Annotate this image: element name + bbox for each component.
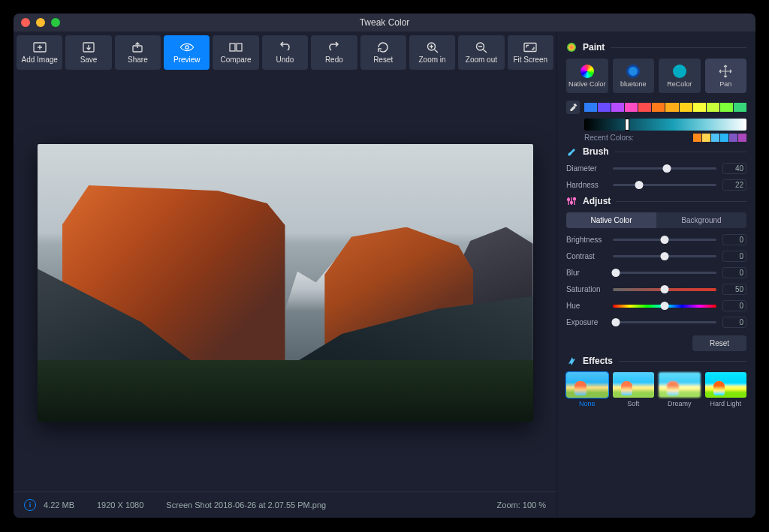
reset-button[interactable]: Reset <box>360 35 406 70</box>
hue-label: Hue <box>566 302 607 310</box>
diameter-thumb[interactable] <box>662 164 671 173</box>
tab-background[interactable]: Background <box>656 212 746 228</box>
brightness-value: 0 <box>722 234 746 245</box>
canvas-area[interactable] <box>14 74 556 491</box>
color-swatch[interactable] <box>611 103 624 112</box>
preview-label: Preview <box>173 56 201 64</box>
info-icon[interactable]: i <box>24 499 36 511</box>
zoom-out-icon <box>474 41 489 53</box>
effect-dreamy-thumb <box>659 372 701 398</box>
zoom-in-button[interactable]: Zoom in <box>409 35 455 70</box>
recolor-label: ReColor <box>667 80 692 88</box>
window-minimize-button[interactable] <box>36 18 45 27</box>
contrast-slider[interactable] <box>613 255 716 257</box>
recolor-mode[interactable]: ReColor <box>659 59 701 93</box>
titlebar: Tweak Color <box>14 14 755 32</box>
paint-title: Paint <box>583 42 605 53</box>
svg-point-11 <box>571 202 573 204</box>
pan-label: Pan <box>719 80 731 88</box>
adjust-header-icon <box>566 196 577 206</box>
tab-native-color[interactable]: Native Color <box>566 212 656 228</box>
share-button[interactable]: Share <box>115 35 161 70</box>
compare-button[interactable]: Compare <box>213 35 258 70</box>
shade-handle[interactable] <box>625 119 629 131</box>
color-swatch[interactable] <box>652 103 665 112</box>
effects-header-icon <box>566 356 577 366</box>
preview-button[interactable]: Preview <box>164 35 210 70</box>
svg-point-3 <box>185 46 188 49</box>
blur-thumb[interactable] <box>612 269 620 277</box>
exposure-value: 0 <box>722 317 746 328</box>
hardness-slider[interactable] <box>613 184 716 186</box>
effect-soft[interactable]: Soft <box>613 372 655 407</box>
bluetone-label: bluetone <box>620 80 647 88</box>
effect-hard-light[interactable]: Hard Light <box>705 372 747 407</box>
zoom-out-button[interactable]: Zoom out <box>458 35 504 70</box>
eyedropper-button[interactable] <box>566 101 580 114</box>
image-canvas[interactable] <box>38 144 533 422</box>
exposure-slider[interactable] <box>613 321 716 323</box>
brightness-thumb[interactable] <box>661 236 669 244</box>
shade-gradient[interactable] <box>584 119 746 131</box>
color-swatch[interactable] <box>734 103 746 112</box>
diameter-slider[interactable] <box>613 167 716 170</box>
adjust-tabs: Native Color Background <box>566 212 746 228</box>
color-swatch[interactable] <box>707 103 719 112</box>
recent-color-swatch[interactable] <box>702 134 710 142</box>
adjust-title: Adjust <box>583 196 611 206</box>
window-maximize-button[interactable] <box>51 18 60 27</box>
color-swatch[interactable] <box>625 103 638 112</box>
brush-header: Brush <box>566 146 746 157</box>
color-swatches <box>584 103 746 112</box>
hardness-thumb[interactable] <box>635 181 643 189</box>
adjust-reset-button[interactable]: Reset <box>692 335 746 351</box>
brightness-slider[interactable] <box>613 239 716 241</box>
color-swatch[interactable] <box>693 103 706 112</box>
saturation-slider[interactable] <box>613 288 716 291</box>
color-swatch[interactable] <box>584 103 597 112</box>
reset-icon <box>375 41 391 53</box>
hue-slider[interactable] <box>613 305 716 308</box>
toolbar: Add Image Save Share Preview Compare <box>14 32 556 74</box>
zoom-out-label: Zoom out <box>466 56 497 64</box>
blur-slider[interactable] <box>613 272 716 274</box>
bluetone-mode[interactable]: bluetone <box>613 59 655 93</box>
undo-icon <box>277 41 292 53</box>
adjust-header: Adjust <box>566 196 746 206</box>
recent-colors-label: Recent Colors: <box>566 134 634 142</box>
file-name: Screen Shot 2018-06-26 at 2.07.55 PM.png <box>166 500 326 509</box>
svg-point-10 <box>568 199 570 201</box>
recent-color-swatch[interactable] <box>720 134 728 142</box>
diameter-value: 40 <box>722 163 746 174</box>
effect-none[interactable]: None <box>566 372 608 407</box>
color-swatch[interactable] <box>680 103 692 112</box>
recent-color-swatch[interactable] <box>693 134 701 142</box>
save-button[interactable]: Save <box>65 35 111 70</box>
exposure-label: Exposure <box>566 318 607 326</box>
contrast-thumb[interactable] <box>661 252 669 260</box>
pan-mode[interactable]: Pan <box>705 59 747 93</box>
native-color-mode[interactable]: Native Color <box>566 59 608 93</box>
recent-color-swatch[interactable] <box>738 134 746 142</box>
fit-screen-button[interactable]: Fit Screen <box>508 35 553 70</box>
contrast-value: 0 <box>722 251 746 262</box>
add-image-button[interactable]: Add Image <box>17 35 62 70</box>
undo-label: Undo <box>276 56 294 64</box>
recent-color-swatch[interactable] <box>729 134 737 142</box>
add-image-label: Add Image <box>21 56 57 64</box>
saturation-thumb[interactable] <box>661 285 669 293</box>
redo-button[interactable]: Redo <box>311 35 357 70</box>
undo-button[interactable]: Undo <box>262 35 308 70</box>
exposure-thumb[interactable] <box>612 318 620 326</box>
color-swatch[interactable] <box>665 103 678 112</box>
color-swatch[interactable] <box>598 103 611 112</box>
fit-screen-label: Fit Screen <box>513 56 547 64</box>
window-close-button[interactable] <box>21 18 30 27</box>
color-swatch[interactable] <box>720 103 733 112</box>
hue-thumb[interactable] <box>661 302 669 310</box>
effect-dreamy[interactable]: Dreamy <box>659 372 701 407</box>
effect-dreamy-label: Dreamy <box>668 400 692 407</box>
color-swatch[interactable] <box>638 103 651 112</box>
recent-color-swatch[interactable] <box>711 134 719 142</box>
hardness-value: 22 <box>722 179 746 191</box>
